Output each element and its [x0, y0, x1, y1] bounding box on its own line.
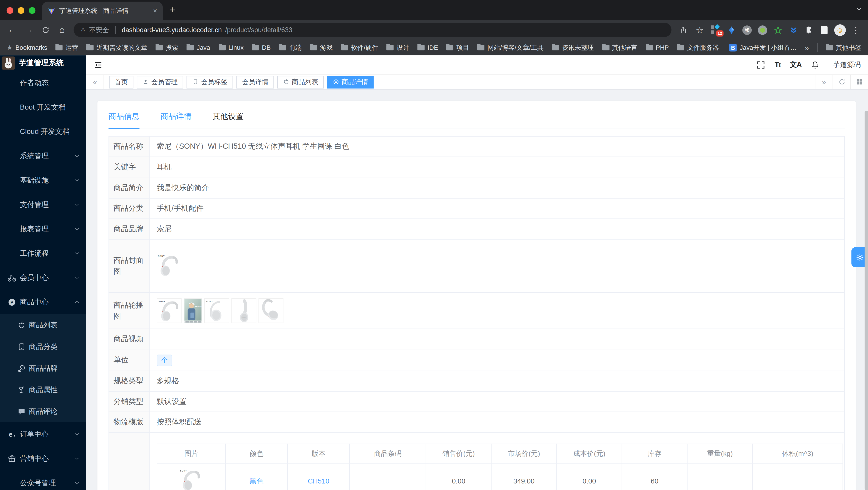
- bookmark-folder[interactable]: 游戏: [310, 43, 333, 52]
- detail-tab-商品信息[interactable]: 商品信息: [108, 111, 140, 129]
- sku-version-link[interactable]: CH510: [308, 478, 329, 485]
- sku-image-headphone[interactable]: SONY: [179, 468, 204, 490]
- sidebar-item-product-comment[interactable]: 商品评论: [0, 400, 86, 422]
- carousel-image-poster[interactable]: WH-CH510: [184, 298, 202, 323]
- carousel-image-headphone-side[interactable]: SONY: [204, 298, 229, 323]
- tag-会员管理[interactable]: 会员管理: [137, 75, 183, 88]
- bookmark-folder[interactable]: 近期需要读的文章: [87, 43, 148, 52]
- carousel-image-headphone-band[interactable]: SONY: [231, 298, 256, 323]
- new-tab-button[interactable]: +: [169, 5, 175, 15]
- sidebar-item-author-news[interactable]: 作者动态: [0, 71, 86, 95]
- address-bar[interactable]: ⚠ 不安全 dashboard-vue3.yudao.iocoder.cn /p…: [73, 23, 671, 37]
- extension-star-icon[interactable]: [771, 23, 784, 37]
- app-logo[interactable]: 芋道管理系统: [0, 55, 86, 71]
- sidebar-item-label: 系统管理: [20, 151, 49, 161]
- chevron-up-icon: [73, 299, 80, 305]
- locale-icon[interactable]: 文A: [790, 60, 801, 70]
- detail-tab-商品详情[interactable]: 商品详情: [160, 112, 191, 128]
- sidebar-item-workflow[interactable]: 工作流程: [0, 241, 86, 265]
- tag-会员标签[interactable]: 会员标签: [187, 75, 233, 88]
- extension-tasks-icon[interactable]: 12: [709, 23, 722, 37]
- bookmark-folder[interactable]: IDE: [417, 44, 438, 51]
- extension-command-icon[interactable]: ⌘: [740, 23, 753, 37]
- bookmark-folder[interactable]: Java: [187, 44, 210, 51]
- fullscreen-icon[interactable]: [756, 60, 766, 69]
- bookmark-folder[interactable]: DB: [252, 44, 271, 51]
- sidebar-item-marketing[interactable]: 营销中心: [0, 446, 86, 471]
- sidebar-item-product-category[interactable]: 商品分类: [0, 336, 86, 357]
- carousel-image-headphone-front[interactable]: SONY: [157, 298, 182, 323]
- bookmarks-overflow-chevron[interactable]: »: [805, 43, 809, 52]
- bookmark-folder[interactable]: 其他语言: [602, 43, 638, 52]
- product-cover-image[interactable]: SONY: [157, 244, 838, 287]
- sidebar-item-order[interactable]: e订单中心: [0, 422, 86, 447]
- font-size-icon[interactable]: Tt: [775, 61, 781, 69]
- sidebar-item-member[interactable]: 会员中心: [0, 265, 86, 290]
- bell-icon[interactable]: [810, 60, 820, 69]
- back-button[interactable]: ←: [5, 23, 19, 37]
- tag-商品详情[interactable]: 商品详情: [327, 75, 374, 88]
- browser-tab[interactable]: 芋道管理系统 - 商品详情 ×: [42, 2, 163, 20]
- tab-search-icon[interactable]: [856, 5, 863, 12]
- forward-button[interactable]: →: [22, 23, 36, 37]
- tag-首页[interactable]: 首页: [109, 75, 133, 88]
- chevron-down-icon: [73, 177, 80, 184]
- bookmark-folder[interactable]: Linux: [218, 44, 244, 51]
- bookmark-folder[interactable]: 软件/硬件: [341, 43, 378, 52]
- profile-avatar[interactable]: ☺: [833, 23, 846, 37]
- extension-panel-icon[interactable]: [817, 23, 831, 37]
- sidebar-item-cloud-docs[interactable]: Cloud 开发文档: [0, 120, 86, 144]
- browser-scrollbar-thumb[interactable]: [865, 111, 868, 490]
- browser-menu-icon[interactable]: ⋮: [849, 23, 863, 37]
- sidebar-item-system[interactable]: 系统管理: [0, 144, 86, 168]
- sidebar-item-product-list[interactable]: 商品列表: [0, 314, 86, 336]
- tag-会员详情[interactable]: 会员详情: [237, 75, 274, 88]
- bookmark-folder[interactable]: 设计: [386, 43, 409, 52]
- extension-chevrons-icon[interactable]: [787, 23, 800, 37]
- bookmark-folder[interactable]: 前端: [279, 43, 302, 52]
- bookmark-icon: [192, 78, 199, 85]
- sidebar-item-infra[interactable]: 基础设施: [0, 168, 86, 193]
- sidebar-item-mp[interactable]: 公众号管理: [0, 471, 86, 490]
- desc-row: 单位个: [109, 350, 844, 371]
- bookmark-site[interactable]: B Java开发 | 小组首…: [729, 43, 797, 52]
- close-window-button[interactable]: [7, 7, 13, 14]
- tab-close-icon[interactable]: ×: [153, 7, 157, 14]
- sidebar-item-pay[interactable]: 支付管理: [0, 193, 86, 217]
- bookmark-folder[interactable]: 资讯未整理: [552, 43, 594, 52]
- sidebar-item-report[interactable]: 报表管理: [0, 217, 86, 241]
- share-icon[interactable]: [676, 23, 690, 37]
- bookmark-star-icon[interactable]: ☆: [692, 23, 707, 37]
- user-menu[interactable]: 芋道源码: [833, 60, 861, 69]
- detail-tab-其他设置[interactable]: 其他设置: [213, 112, 243, 128]
- home-button[interactable]: ⌂: [55, 23, 69, 37]
- svg-text:e: e: [9, 430, 12, 437]
- tags-scroll-right[interactable]: »: [815, 75, 833, 89]
- tag-商品列表[interactable]: 商品列表: [277, 75, 324, 88]
- carousel-image-headphone-folded[interactable]: [258, 298, 283, 323]
- extension-kite-icon[interactable]: [725, 23, 738, 37]
- extensions-puzzle-icon[interactable]: [802, 23, 815, 37]
- tags-layout-grid-icon[interactable]: [850, 75, 868, 89]
- menu-fold-icon[interactable]: [94, 60, 103, 69]
- sidebar-item-product[interactable]: P商品中心: [0, 290, 86, 314]
- sidebar-item-product-brand[interactable]: 商品品牌: [0, 357, 86, 379]
- sidebar-item-product-attr[interactable]: 商品属性: [0, 379, 86, 400]
- zoom-window-button[interactable]: [29, 7, 35, 14]
- desc-row: 规格类型多规格: [109, 371, 844, 391]
- sidebar-item-boot-docs[interactable]: Boot 开发文档: [0, 95, 86, 120]
- sku-color-link[interactable]: 黑色: [250, 477, 264, 485]
- tags-scroll-left[interactable]: «: [86, 75, 104, 89]
- tags-refresh-icon[interactable]: [833, 75, 850, 89]
- bookmark-folder[interactable]: PHP: [646, 44, 669, 51]
- extension-record-icon[interactable]: [755, 23, 769, 37]
- bookmarks-root[interactable]: ★ Bookmarks: [7, 44, 48, 52]
- bookmark-folder[interactable]: 文件服务器: [677, 43, 719, 52]
- bookmark-folder[interactable]: 运营: [56, 43, 78, 52]
- bookmark-folder[interactable]: 网站/博客/文章/工具: [477, 43, 544, 52]
- reload-button[interactable]: [38, 23, 53, 37]
- bookmark-folder[interactable]: 搜索: [156, 43, 178, 52]
- bookmark-folder[interactable]: 项目: [446, 43, 469, 52]
- minimize-window-button[interactable]: [18, 7, 24, 14]
- other-bookmarks[interactable]: 其他书签: [826, 43, 862, 52]
